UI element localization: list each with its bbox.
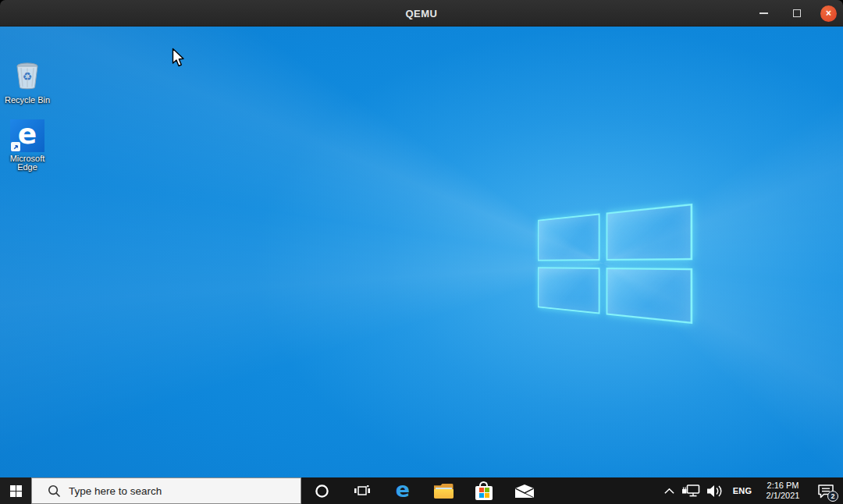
mouse-cursor	[172, 48, 187, 69]
desktop-icon-recycle-bin[interactable]: ♻ Recycle Bin	[0, 59, 55, 105]
speaker-volume-icon	[706, 484, 724, 498]
wallpaper-windows-logo	[519, 213, 687, 314]
cortana-circle-icon	[315, 484, 329, 499]
tray-clock[interactable]: 2:16 PM 2/1/2021	[757, 477, 809, 504]
mail-envelope-icon	[514, 484, 535, 499]
windows-logo-pane	[606, 268, 693, 325]
maximize-icon	[793, 9, 801, 17]
windows-logo-pane	[538, 213, 599, 261]
store-bag-icon	[475, 481, 493, 501]
task-view-icon	[354, 484, 371, 498]
windows-logo-pane	[606, 204, 693, 261]
taskbar-store-button[interactable]	[464, 477, 504, 504]
shortcut-arrow-icon	[11, 142, 20, 151]
taskbar-mail-button[interactable]	[504, 477, 545, 504]
minimize-button[interactable]	[753, 3, 774, 23]
system-tray: ENG 2:16 PM 2/1/2021 2	[659, 477, 843, 504]
recycle-bin-icon: ♻	[11, 59, 44, 91]
network-ethernet-icon	[681, 484, 700, 498]
search-input[interactable]	[69, 485, 279, 497]
taskbar-search[interactable]	[31, 477, 301, 504]
action-center-button[interactable]: 2	[809, 477, 843, 504]
start-button[interactable]	[0, 477, 31, 504]
desktop[interactable]: ♻ Recycle Bin e Microsoft Edge	[0, 27, 843, 477]
chevron-up-icon	[663, 487, 675, 495]
tray-date: 2/1/2021	[767, 491, 800, 501]
titlebar[interactable]: QEMU ×	[0, 0, 843, 27]
taskbar-cortana-button[interactable]	[301, 477, 342, 504]
window-controls: ×	[753, 0, 837, 27]
tray-time: 2:16 PM	[767, 481, 799, 491]
svg-text:♻: ♻	[23, 70, 33, 83]
window-title: QEMU	[0, 0, 843, 27]
desktop-icon-label: Recycle Bin	[0, 96, 55, 105]
close-button[interactable]: ×	[820, 5, 837, 22]
taskbar: e	[0, 477, 843, 504]
notification-badge: 2	[827, 491, 838, 502]
tray-language-indicator[interactable]: ENG	[727, 477, 757, 504]
search-icon	[48, 484, 61, 498]
folder-icon	[434, 484, 454, 499]
windows-start-icon	[10, 485, 22, 497]
taskbar-file-explorer-button[interactable]	[423, 477, 464, 504]
desktop-icon-label: Microsoft Edge	[0, 154, 55, 172]
maximize-button[interactable]	[787, 3, 807, 23]
close-icon: ×	[826, 9, 831, 18]
tray-volume-button[interactable]	[702, 477, 727, 504]
desktop-icon-microsoft-edge[interactable]: e Microsoft Edge	[0, 119, 55, 172]
tray-network-button[interactable]	[679, 477, 702, 504]
taskbar-edge-button[interactable]: e	[382, 477, 423, 504]
minimize-icon	[759, 12, 768, 14]
edge-tile-icon: e	[10, 119, 44, 152]
qemu-window: QEMU × ♻ Recycle Bin	[0, 0, 843, 504]
taskbar-task-view-button[interactable]	[342, 477, 382, 504]
windows-logo-pane	[538, 267, 599, 314]
tray-hidden-icons-button[interactable]	[659, 477, 679, 504]
edge-e-icon: e	[396, 479, 410, 500]
